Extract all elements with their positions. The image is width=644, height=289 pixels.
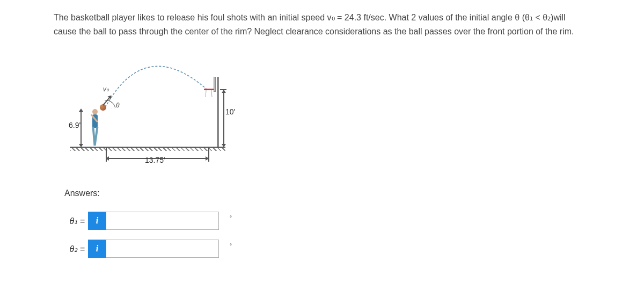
backboard bbox=[214, 77, 216, 92]
theta1-label: θ₁ = bbox=[64, 216, 88, 226]
dim-horizontal: 13.75' bbox=[145, 156, 165, 164]
theta2-unit: ° bbox=[230, 243, 232, 249]
theta1-unit: ° bbox=[230, 215, 232, 221]
dim-release-height: 6.9' bbox=[69, 121, 80, 129]
info-icon[interactable]: i bbox=[88, 240, 106, 258]
problem-statement: The basketball player likes to release h… bbox=[54, 11, 590, 38]
net bbox=[204, 90, 213, 97]
answer-row-theta2: θ₂ = i ° bbox=[64, 240, 590, 258]
dim-tick-rim bbox=[220, 89, 226, 90]
answer-row-theta1: θ₁ = i ° bbox=[64, 212, 590, 230]
theta2-label: θ₂ = bbox=[64, 244, 88, 254]
problem-figure: v₀ θ 6.9' 10' 13.75' bbox=[64, 54, 236, 172]
theta1-input[interactable] bbox=[106, 212, 219, 230]
dim-arrow-rim-height bbox=[223, 90, 224, 147]
v0-label: v₀ bbox=[103, 85, 109, 93]
answers-heading: Answers: bbox=[64, 189, 590, 198]
dim-rim-height: 10' bbox=[225, 107, 235, 116]
theta-label: θ bbox=[116, 102, 120, 109]
ground-line bbox=[70, 147, 225, 151]
theta2-input[interactable] bbox=[106, 240, 219, 258]
hoop-pole bbox=[217, 77, 219, 147]
info-icon[interactable]: i bbox=[88, 212, 106, 230]
dim-arrow-release-height bbox=[80, 109, 82, 147]
player-figure bbox=[86, 109, 102, 147]
